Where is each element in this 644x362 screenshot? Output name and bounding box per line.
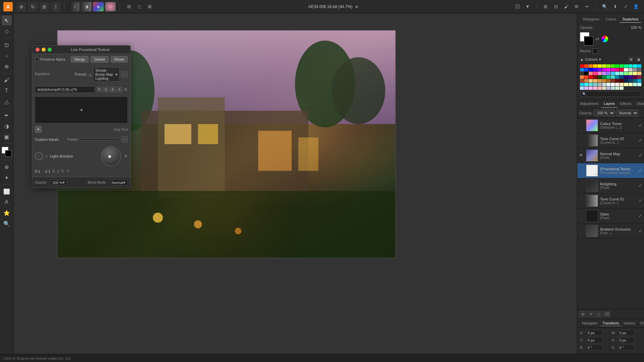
opacity-input[interactable]: 100 % ▾ [50,179,67,186]
swatch-color-51[interactable] [620,75,624,79]
reset-btn[interactable]: Reset [111,56,128,63]
tab-swatches[interactable]: Swatches [620,16,641,23]
warp-btn[interactable]: ⊠ [145,2,154,11]
swatch-color-36[interactable] [615,72,619,75]
swatch-color-81[interactable] [629,83,633,86]
brush-select-btn[interactable]: 🖌 [561,2,571,11]
swatch-color-5[interactable] [602,64,606,68]
swatch-color-47[interactable] [602,75,606,79]
x-input[interactable] [586,330,603,336]
swatch-color-77[interactable] [611,83,615,86]
swatch-color-93[interactable] [620,86,624,90]
r-input[interactable] [586,345,603,351]
tab-navigator[interactable]: Navigator [580,320,600,326]
swatch-color-16[interactable] [589,68,593,71]
pen-tool[interactable]: ✒ [2,110,12,120]
light-dir-close-btn[interactable]: ✕ [124,154,128,159]
type-tool2[interactable]: A [2,197,12,207]
swatch-color-42[interactable] [580,75,584,79]
layer-visibility-2[interactable]: 👁 [579,153,584,158]
tab-channels[interactable]: Channels [638,320,644,326]
delete-layer-btn[interactable]: ⌫ [603,311,610,317]
hue-btn[interactable]: ☽ [69,2,79,11]
swatch-color-56[interactable] [580,79,584,82]
layer-visibility-5[interactable] [579,198,584,203]
r-channel-btn[interactable]: R [96,86,102,93]
tab-history[interactable]: History [622,320,637,326]
eyedropper-tool[interactable]: ✦ [2,173,12,183]
h-input[interactable] [618,337,635,343]
gradient-tool[interactable]: ◑ [2,121,12,131]
layer-check-3[interactable]: ✓ [639,168,642,173]
swatch-color-26[interactable] [633,68,637,71]
swatch-color-13[interactable] [637,64,641,68]
swatch-color-21[interactable] [611,68,615,71]
swatch-color-43[interactable] [584,75,588,79]
swatch-color-69[interactable] [637,79,641,82]
tab-colour[interactable]: Colour [603,16,619,23]
reset-icon[interactable]: ↺ [66,169,69,173]
swatch-color-37[interactable] [620,72,624,75]
canvas-area[interactable]: Live Procedural Texture Preserve Alpha M… [13,13,577,354]
new-file-btn[interactable]: ⊕ [17,2,26,11]
paint-bucket-tool[interactable]: ⬦ [2,51,12,61]
preset-dropdown[interactable]: Simple Bump Map Lighting ▾ [93,67,120,82]
swatch-color-59[interactable] [593,79,597,82]
grid-view-btn[interactable]: ⊞ [124,2,133,11]
swatch-color-88[interactable] [598,86,602,90]
layer-item-4[interactable]: Relighting(Pixel)✓ [577,178,644,193]
display-options-btn[interactable]: ▼ [523,2,532,11]
swatch-color-84[interactable] [580,86,584,90]
swatch-color-50[interactable] [615,75,619,79]
swatch-color-8[interactable] [615,64,619,68]
swatch-color-44[interactable] [589,75,593,79]
swatch-color-23[interactable] [620,68,624,71]
swatch-color-35[interactable] [611,72,615,75]
search-btn[interactable]: 🔍 [600,2,609,11]
swatch-color-67[interactable] [629,79,633,82]
swatch-color-72[interactable] [589,83,593,86]
display-btn[interactable]: ⬛ [513,2,522,11]
recent-swatch-1[interactable] [593,48,598,54]
swatch-color-31[interactable] [593,72,597,75]
swatch-color-52[interactable] [624,75,628,79]
magic-wand-tool[interactable]: ⭐ [2,208,12,218]
swap-colors-btn[interactable]: ⇄ [595,36,599,42]
crop-tool[interactable]: ⊡ [2,40,12,50]
swatch-color-32[interactable] [598,72,602,75]
rad-btn[interactable]: Rad [122,128,128,131]
swatch-color-15[interactable] [584,68,588,71]
swatch-bw-btn[interactable]: ◑ [635,56,641,62]
favorite-star[interactable]: ★ [355,4,359,9]
layer-item-7[interactable]: Ambient Occlusion(Pixe...)✓ [577,224,644,239]
swatch-color-57[interactable] [584,79,588,82]
swatch-color-17[interactable] [593,68,597,71]
swatch-search-input[interactable] [586,92,639,96]
rotate-icon[interactable]: ↻ [61,169,64,173]
swatch-color-10[interactable] [624,64,628,68]
tab-transform[interactable]: Transform [600,320,621,326]
swatch-color-1[interactable] [584,64,588,68]
export-btn[interactable]: ⬆ [610,2,620,11]
tab-layers[interactable]: Layers [601,100,618,108]
swatch-color-53[interactable] [629,75,633,79]
layer-opacity-select[interactable]: 100 % [594,110,615,116]
contrast-btn[interactable]: ◑ [81,2,92,11]
window-maximize-btn[interactable] [48,48,52,52]
swatch-color-60[interactable] [598,79,602,82]
new-adj-btn[interactable]: ✦ [587,311,594,317]
layer-check-1[interactable]: ✓ [639,138,642,143]
swatch-color-39[interactable] [629,72,633,75]
merge-btn[interactable]: Merge [71,56,89,63]
swatch-color-83[interactable] [637,83,641,86]
layout-grid-btn[interactable]: ⊞ [541,2,550,11]
window-minimize-btn[interactable] [42,48,46,52]
layer-item-6[interactable]: Glare(Pixel)✓ [577,208,644,224]
blend-mode-select[interactable]: Normal ▾ [109,179,128,186]
swatch-color-34[interactable] [606,72,610,75]
color-wheel-btn[interactable] [601,36,608,42]
layer-check-0[interactable]: ✓ [639,123,642,128]
search-tool[interactable]: 🔍 [2,219,12,229]
swatch-color-80[interactable] [624,83,628,86]
swatch-color-92[interactable] [615,86,619,90]
